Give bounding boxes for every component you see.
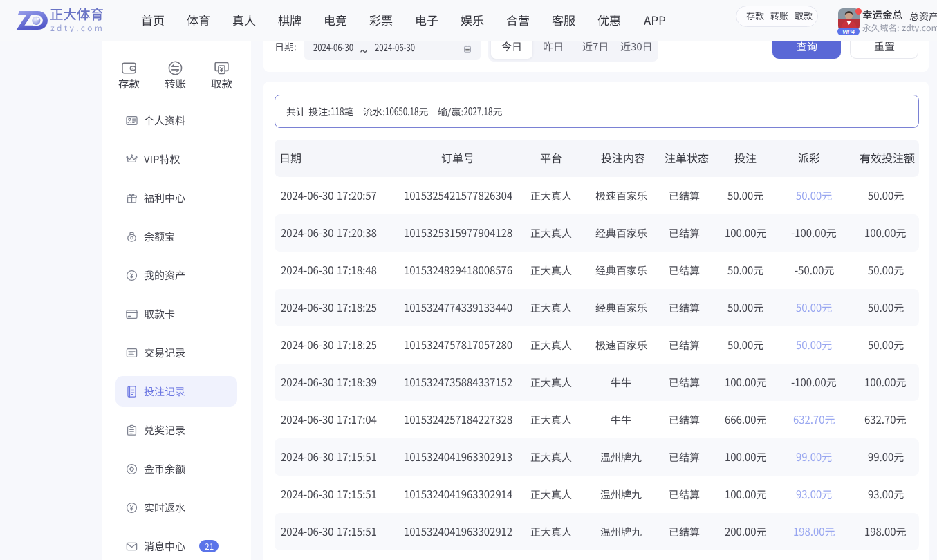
svg-text:VIP4: VIP4	[842, 29, 855, 35]
